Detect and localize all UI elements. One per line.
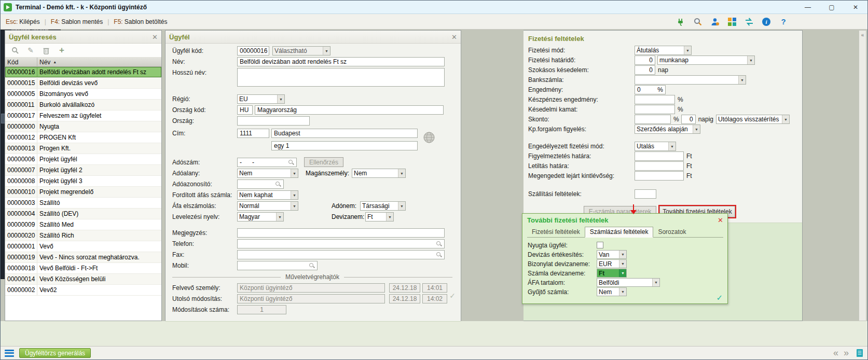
add-icon[interactable]: +: [57, 46, 66, 55]
table-row-00000005[interactable]: 00000005Bizományos vevő: [5, 89, 161, 100]
tab-fizetesi-feltetelek[interactable]: Fizetési feltételek: [527, 227, 585, 237]
transfer-icon[interactable]: [744, 17, 754, 27]
region-select[interactable]: EU▼: [237, 94, 285, 104]
vat-content-select[interactable]: Belföldi▼: [597, 278, 660, 287]
verify-button[interactable]: Ellenőrzés: [304, 157, 343, 167]
reverse-vat-select[interactable]: Nem kaphat▼: [237, 190, 298, 200]
block-limit-input[interactable]: [635, 161, 684, 171]
skonto-mode-select[interactable]: Utólagos visszatérítés▼: [716, 115, 790, 124]
tax-id-input[interactable]: [237, 179, 284, 189]
tab-sorozatok[interactable]: Sorozatok: [653, 227, 691, 237]
close-button[interactable]: ✕: [844, 1, 867, 13]
next-page-icon[interactable]: »: [844, 348, 849, 358]
globe-icon[interactable]: [423, 131, 435, 144]
shipping-terms-input[interactable]: [635, 189, 656, 199]
table-row-00000001[interactable]: 00000001Vevő: [5, 241, 161, 252]
lookup-icon[interactable]: [275, 181, 281, 187]
table-row-00000016[interactable]: 00000016Belföldi devizában adott rendelé…: [5, 67, 161, 78]
search-icon[interactable]: [10, 46, 20, 55]
shortcut-esc[interactable]: Esc:Kilépés: [6, 18, 40, 25]
collapse-strip[interactable]: «: [859, 30, 866, 321]
name-input[interactable]: Belföldi devizában adott rendelés Ft sz: [237, 57, 445, 66]
comment-input[interactable]: [237, 228, 445, 238]
long-name-input[interactable]: [237, 68, 445, 87]
shortcut-f4[interactable]: F4:Sablon mentés: [51, 18, 103, 25]
collective-invoice-select[interactable]: Nem▼: [597, 287, 627, 296]
mail-lang-select[interactable]: Magyar▼: [237, 212, 284, 221]
table-row-00000000[interactable]: 00000000Nyugta: [5, 121, 161, 132]
table-row-00000011[interactable]: 00000011Burkoló alvállalkozó: [5, 100, 161, 110]
column-header-name[interactable]: Név▲: [37, 58, 161, 66]
lookup-icon[interactable]: [288, 159, 294, 165]
forex-sales-select[interactable]: Van▼: [597, 250, 627, 259]
tax-type-select[interactable]: Társasági▼: [360, 201, 406, 211]
search-panel-close-icon[interactable]: ✕: [152, 34, 158, 40]
cash-watch-select[interactable]: Szerződés alapján▼: [635, 124, 700, 134]
table-row-00000020[interactable]: 00000020Szállító Rich: [5, 230, 161, 241]
menu-icon[interactable]: [5, 350, 14, 357]
connect-icon[interactable]: [676, 17, 686, 27]
maximize-button[interactable]: ▢: [820, 1, 844, 13]
modules-icon[interactable]: [727, 17, 737, 27]
document-icon[interactable]: [856, 349, 863, 357]
zip-input[interactable]: 1111: [237, 129, 269, 138]
private-person-select[interactable]: Nem▼: [352, 169, 406, 178]
info-icon[interactable]: i: [761, 17, 771, 27]
edit-icon[interactable]: ✎: [26, 46, 35, 55]
table-row-00000018[interactable]: 00000018Vevő Belföldi - Ft->Ft: [5, 263, 161, 274]
lookup-icon[interactable]: [436, 241, 442, 247]
phone-input[interactable]: [237, 239, 445, 248]
lookup-icon[interactable]: [436, 252, 442, 258]
prev-page-icon[interactable]: «: [833, 348, 838, 358]
deadline-unit-select[interactable]: munkanap▼: [657, 56, 755, 65]
currency-select[interactable]: Ft▼: [365, 212, 394, 221]
search-icon[interactable]: [693, 17, 703, 27]
allowed-method-select[interactable]: Utalás▼: [635, 142, 676, 151]
help-icon[interactable]: ?: [778, 17, 789, 27]
skonto-days-input[interactable]: 0: [681, 115, 696, 124]
skonto-input[interactable]: [635, 115, 671, 124]
user-icon[interactable]: [710, 17, 720, 27]
table-row-00000019[interactable]: 00000019Vevő - Nincs sorozat meghatározv…: [5, 252, 161, 263]
table-row-00000017[interactable]: 00000017Felveszem az ügyfelet: [5, 110, 161, 121]
late-interest-input[interactable]: [635, 105, 675, 114]
table-row-00000006[interactable]: 00000006Projekt ügyfél: [5, 154, 161, 165]
table-row-00000010[interactable]: 00000010Projekt megrendelő: [5, 187, 161, 198]
delete-icon[interactable]: [42, 46, 51, 55]
discount-input[interactable]: 0%: [635, 85, 666, 94]
cash-discount-input[interactable]: [635, 95, 675, 104]
deadline-input[interactable]: 0: [635, 56, 655, 65]
payment-method-select[interactable]: Átutalás▼: [635, 46, 692, 55]
tax-subject-select[interactable]: Nem▼: [237, 169, 298, 178]
delay-input[interactable]: 0: [635, 65, 655, 75]
invoice-currency-select[interactable]: Ft▼: [597, 269, 627, 278]
column-header-code[interactable]: Kód: [5, 58, 37, 66]
receipt-customer-checkbox[interactable]: [597, 242, 603, 248]
country-code-input[interactable]: HU: [237, 105, 253, 115]
popup-close-icon[interactable]: ✕: [718, 216, 723, 224]
table-row-00000002[interactable]: 00000002Vevő2: [5, 285, 161, 296]
warning-limit-input[interactable]: [635, 151, 684, 161]
shortcut-f5[interactable]: F5:Sablon betöltés: [114, 18, 167, 25]
table-row-00000004[interactable]: 00000004Szállító (DEV): [5, 209, 161, 219]
bank-account-select[interactable]: ▼: [635, 75, 746, 85]
table-row-00000003[interactable]: 00000003Szállító: [5, 198, 161, 209]
table-row-00000008[interactable]: 00000008Projekt ügyfél 3: [5, 176, 161, 187]
generate-customer-button[interactable]: Ügyféltörzs generálás: [19, 348, 91, 358]
table-row-00000014[interactable]: 00000014Vevő Közösségen belüli: [5, 274, 161, 285]
table-row-00000009[interactable]: 00000009Szállító Med: [5, 219, 161, 230]
customer-code-input[interactable]: 00000016: [237, 46, 269, 56]
country-input[interactable]: [237, 116, 310, 126]
vat-settlement-select[interactable]: Normál▼: [237, 201, 298, 211]
code-mode-select[interactable]: Választható▼: [272, 46, 330, 56]
street-input[interactable]: egy 1: [271, 141, 418, 150]
table-row-00000007[interactable]: 00000007Projekt ügyfél 2: [5, 165, 161, 176]
country-name-input[interactable]: Magyarország: [255, 105, 444, 115]
customer-panel-close-icon[interactable]: ✕: [451, 34, 457, 40]
document-currency-select[interactable]: EUR▼: [597, 259, 627, 268]
city-input[interactable]: Budapest: [271, 129, 418, 138]
mobile-input[interactable]: [237, 261, 318, 270]
fax-input[interactable]: [237, 250, 445, 259]
overdue-limit-input[interactable]: [635, 171, 684, 181]
table-row-00000012[interactable]: 00000012PROGEN Kft: [5, 132, 161, 143]
